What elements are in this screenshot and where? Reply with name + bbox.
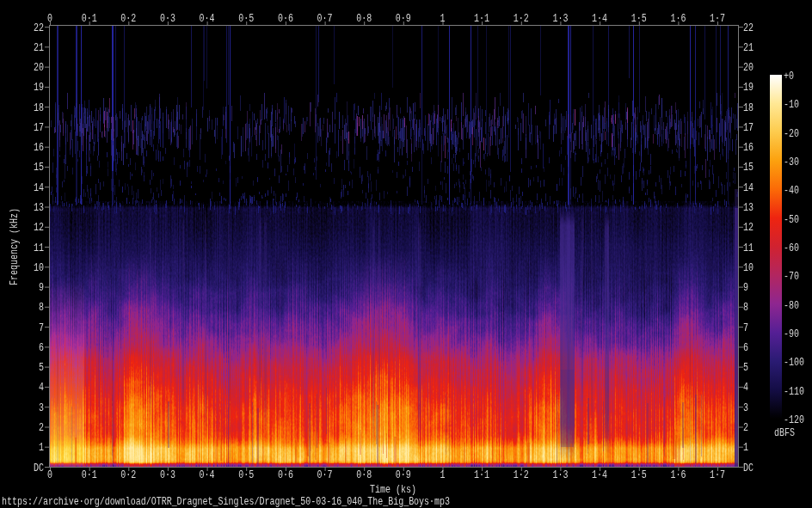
- svg-text:19: 19: [34, 82, 44, 93]
- svg-text:3: 3: [743, 402, 748, 413]
- svg-text:10: 10: [34, 262, 44, 273]
- svg-text:1·2: 1·2: [514, 13, 529, 24]
- svg-text:1·6: 1·6: [670, 470, 686, 481]
- svg-text:1·1: 1·1: [474, 470, 489, 481]
- svg-text:1: 1: [440, 13, 446, 24]
- svg-text:18: 18: [743, 102, 754, 113]
- svg-text:12: 12: [743, 222, 754, 233]
- svg-text:11: 11: [743, 242, 754, 254]
- svg-text:0·4: 0·4: [200, 470, 215, 481]
- svg-text:14: 14: [743, 182, 754, 193]
- svg-text:https://archive·org/download/O: https://archive·org/download/OTRR_Dragne…: [2, 497, 450, 508]
- svg-text:0·3: 0·3: [160, 470, 175, 481]
- svg-text:0·6: 0·6: [278, 13, 293, 24]
- svg-text:0·2: 0·2: [120, 13, 136, 24]
- svg-text:1·5: 1·5: [631, 470, 647, 481]
- svg-text:-20: -20: [784, 128, 799, 139]
- svg-text:16: 16: [743, 142, 754, 153]
- svg-text:5: 5: [39, 362, 44, 373]
- svg-text:6: 6: [743, 342, 748, 353]
- svg-text:0·9: 0·9: [396, 13, 411, 24]
- svg-text:1: 1: [743, 442, 748, 453]
- svg-text:-100: -100: [784, 357, 804, 368]
- svg-text:14: 14: [34, 182, 44, 193]
- svg-text:11: 11: [34, 242, 44, 254]
- svg-text:4: 4: [743, 383, 748, 394]
- svg-text:1·3: 1·3: [552, 470, 568, 481]
- svg-text:-60: -60: [784, 242, 799, 254]
- svg-text:22: 22: [743, 22, 754, 34]
- svg-text:19: 19: [743, 82, 754, 93]
- svg-text:20: 20: [34, 62, 44, 73]
- svg-text:7: 7: [39, 322, 44, 334]
- svg-text:3: 3: [39, 402, 44, 413]
- svg-text:0: 0: [47, 470, 52, 481]
- svg-text:Frequency (kHz): Frequency (kHz): [9, 208, 20, 285]
- svg-text:0·9: 0·9: [396, 470, 411, 481]
- svg-text:0·1: 0·1: [82, 13, 97, 24]
- svg-text:4: 4: [39, 383, 44, 394]
- svg-text:9: 9: [39, 282, 44, 293]
- svg-text:Time (ks): Time (ks): [370, 485, 416, 496]
- svg-text:1: 1: [440, 470, 446, 481]
- svg-text:21: 21: [34, 42, 44, 53]
- svg-text:0·8: 0·8: [356, 470, 372, 481]
- svg-text:10: 10: [743, 262, 754, 273]
- svg-text:DC: DC: [743, 462, 754, 474]
- svg-text:0·8: 0·8: [356, 13, 372, 24]
- svg-text:21: 21: [743, 42, 754, 53]
- svg-text:9: 9: [743, 282, 748, 293]
- svg-text:-80: -80: [784, 300, 799, 311]
- svg-text:18: 18: [34, 102, 44, 113]
- svg-text:15: 15: [34, 162, 44, 174]
- svg-text:DC: DC: [34, 462, 44, 474]
- svg-text:0·2: 0·2: [120, 470, 136, 481]
- svg-text:22: 22: [34, 22, 44, 34]
- svg-text:2: 2: [743, 422, 748, 433]
- svg-text:16: 16: [34, 142, 44, 153]
- svg-text:1·1: 1·1: [474, 13, 489, 24]
- svg-text:8: 8: [39, 302, 44, 313]
- svg-text:-50: -50: [784, 214, 799, 225]
- svg-text:-30: -30: [784, 156, 799, 168]
- svg-text:1·7: 1·7: [710, 470, 725, 481]
- svg-text:1·6: 1·6: [670, 13, 686, 24]
- svg-text:5: 5: [743, 362, 748, 373]
- svg-text:0·1: 0·1: [82, 470, 97, 481]
- svg-text:-120: -120: [784, 414, 804, 425]
- svg-text:0·4: 0·4: [200, 13, 215, 24]
- svg-text:0·3: 0·3: [160, 13, 175, 24]
- svg-text:0: 0: [47, 13, 52, 24]
- svg-text:17: 17: [743, 122, 754, 133]
- svg-text:1: 1: [39, 442, 44, 453]
- svg-text:1·4: 1·4: [592, 13, 607, 24]
- svg-text:15: 15: [743, 162, 754, 174]
- svg-text:0·5: 0·5: [238, 470, 254, 481]
- svg-text:13: 13: [34, 202, 44, 213]
- svg-text:1·2: 1·2: [514, 470, 529, 481]
- svg-text:7: 7: [743, 322, 748, 334]
- svg-text:2: 2: [39, 422, 44, 433]
- svg-text:-90: -90: [784, 328, 799, 340]
- svg-text:-70: -70: [784, 271, 799, 282]
- svg-text:1·3: 1·3: [552, 13, 568, 24]
- svg-text:0·5: 0·5: [238, 13, 254, 24]
- svg-text:0·7: 0·7: [317, 470, 333, 481]
- svg-text:-40: -40: [784, 185, 799, 196]
- svg-text:1·7: 1·7: [710, 13, 725, 24]
- svg-text:1·4: 1·4: [592, 470, 607, 481]
- svg-text:dBFS: dBFS: [774, 428, 795, 439]
- svg-text:8: 8: [743, 302, 748, 313]
- svg-text:0·6: 0·6: [278, 470, 293, 481]
- svg-text:+0: +0: [784, 70, 794, 82]
- svg-text:-110: -110: [784, 386, 804, 397]
- svg-text:13: 13: [743, 202, 754, 213]
- svg-text:1·5: 1·5: [631, 13, 647, 24]
- svg-text:12: 12: [34, 222, 44, 233]
- svg-text:20: 20: [743, 62, 754, 73]
- svg-text:0·7: 0·7: [317, 13, 333, 24]
- svg-text:17: 17: [34, 122, 44, 133]
- svg-text:6: 6: [39, 342, 44, 353]
- svg-text:-10: -10: [784, 99, 799, 110]
